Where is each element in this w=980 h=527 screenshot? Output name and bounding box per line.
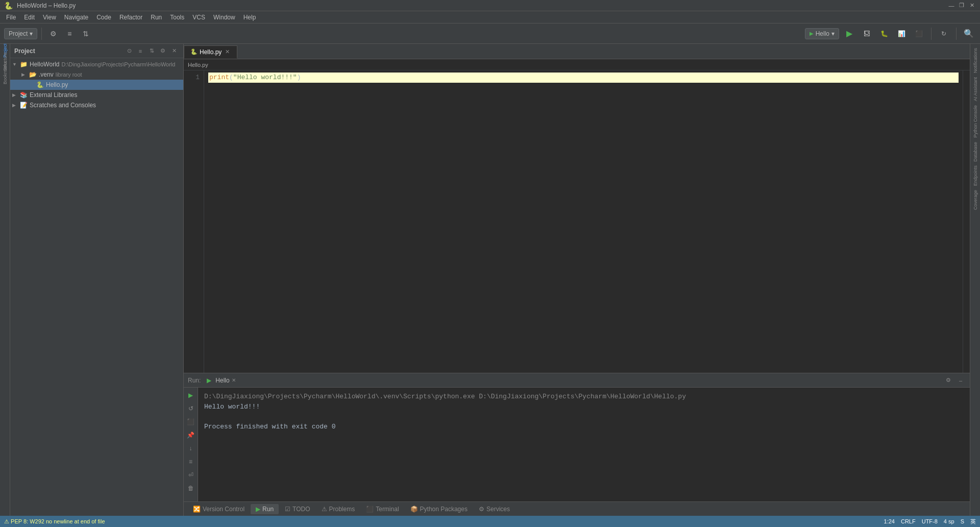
project-panel-title: Project [14, 47, 35, 55]
status-warning[interactable]: ⚠ PEP 8: W292 no newline at end of file [4, 518, 105, 525]
python-console-label[interactable]: Python Console [972, 103, 979, 140]
database-label[interactable]: Database [972, 140, 979, 164]
encoding[interactable]: UTF-8 [922, 518, 938, 524]
run-tab-icon: ▶ [256, 506, 260, 513]
run-button[interactable]: ▶ [842, 27, 856, 41]
menu-refactor[interactable]: Refactor [115, 13, 146, 22]
project-tree: ▼ 📁 HelloWorld D:\DingJiaxiong\Projects\… [10, 58, 183, 516]
editor-tab-hellopy[interactable]: 🐍 Hello.py ✕ [184, 45, 237, 59]
editor-right-gutter [963, 70, 970, 373]
minimize-button[interactable]: — [947, 2, 955, 10]
menu-run[interactable]: Run [146, 13, 166, 22]
profile-button[interactable]: 📊 [894, 27, 909, 41]
tab-close-btn[interactable]: ✕ [224, 49, 231, 56]
bookmarks-icon-btn[interactable]: Bookmarks [1, 68, 10, 78]
run-panel-header: Run: ▶ Hello ✕ ⚙ – [184, 373, 970, 388]
right-sidebar: Notifications AI Assistant Python Consol… [970, 44, 980, 516]
tree-item-external-libs[interactable]: ▶ 📚 External Libraries [10, 90, 183, 100]
ime-icon: 英 [970, 518, 976, 525]
line-number-1: 1 [184, 73, 200, 83]
run-again-btn[interactable]: ▶ [185, 390, 197, 401]
menu-code[interactable]: Code [92, 13, 115, 22]
pin-tab-btn[interactable]: 📌 [185, 429, 197, 441]
close-panel-btn[interactable]: ✕ [169, 46, 179, 56]
run-panel-content: ▶ ↺ ⬛ 📌 ↓ ≡ ⏎ 🗑 D:\DingJiaxiong\Projects… [184, 388, 970, 501]
language-icon[interactable]: S [961, 518, 964, 524]
menu-window[interactable]: Window [209, 13, 239, 22]
tab-label-hellopy: Hello.py [200, 49, 222, 56]
title-bar: 🐍 HelloWorld – Hello.py — ❐ ✕ [0, 0, 980, 11]
menu-help[interactable]: Help [239, 13, 260, 22]
menu-file[interactable]: File [2, 13, 20, 22]
indent-info[interactable]: 4 sp [944, 518, 954, 524]
collapse-all-btn[interactable]: ≡ [62, 27, 77, 41]
tab-version-control[interactable]: 🔀 Version Control [188, 504, 250, 514]
cursor-position[interactable]: 1:24 [884, 518, 895, 524]
collapse-btn[interactable]: ≡ [135, 46, 145, 56]
app-icon: 🐍 [4, 2, 13, 10]
debug-button[interactable]: 🐛 [877, 27, 891, 41]
run-tab-close[interactable]: ✕ [232, 377, 236, 383]
toolbar: Project ▾ ⚙ ≡ ⇅ ▶ Hello ▾ ▶ ⛾ 🐛 📊 ⬛ ↻ 🔍 [0, 23, 980, 44]
editor-area: 🐍 Hello.py ✕ Hello.py 1 print("Hello wor… [184, 44, 970, 373]
status-bar-left: ⚠ PEP 8: W292 no newline at end of file [4, 518, 105, 525]
code-content[interactable]: print("Hello world!!!") [204, 70, 963, 373]
expand-btn[interactable]: ⇅ [79, 27, 93, 41]
status-bar: ⚠ PEP 8: W292 no newline at end of file … [0, 516, 980, 527]
settings-gear-btn[interactable]: ⚙ [158, 46, 168, 56]
stop-run-btn[interactable]: ⬛ [185, 416, 197, 427]
run-tab[interactable]: Hello ✕ [215, 377, 235, 384]
endpoints-label[interactable]: Endpoints [972, 163, 979, 188]
expand-all-btn[interactable]: ⇅ [146, 46, 157, 56]
menu-edit[interactable]: Edit [20, 13, 39, 22]
menu-navigate[interactable]: Navigate [60, 13, 92, 22]
tab-python-packages[interactable]: 📦 Python Packages [405, 504, 473, 514]
update-button[interactable]: ↻ [937, 27, 951, 41]
coverage-button[interactable]: ⛾ [860, 27, 874, 41]
tab-problems[interactable]: ⚠ Problems [316, 504, 360, 514]
rerun-btn[interactable]: ↺ [185, 403, 197, 414]
tree-item-scratches[interactable]: ▶ 📝 Scratches and Consoles [10, 100, 183, 110]
tree-item-venv[interactable]: ▶ 📂 .venv library root [10, 69, 183, 80]
run-configuration[interactable]: ▶ Hello ▾ [805, 28, 839, 39]
panel-minimize-btn[interactable]: – [955, 375, 966, 386]
window-title: HelloWorld – Hello.py [17, 2, 76, 9]
search-everywhere-button[interactable]: 🔍 [962, 27, 976, 41]
code-editor[interactable]: 1 print("Hello world!!!") [184, 70, 970, 373]
breadcrumb-bar: Hello.py [184, 59, 970, 70]
tree-item-helloworld-root[interactable]: ▼ 📁 HelloWorld D:\DingJiaxiong\Projects\… [10, 59, 183, 69]
tree-path-helloworld: D:\DingJiaxiong\Projects\Pycharm\HelloWo… [61, 61, 175, 67]
tab-terminal[interactable]: ⬛ Terminal [361, 504, 404, 514]
editor-tabs: 🐍 Hello.py ✕ [184, 44, 970, 59]
keyword-print: print [209, 74, 229, 81]
restore-button[interactable]: ❐ [958, 2, 966, 10]
menu-vcs[interactable]: VCS [188, 13, 209, 22]
line-separator[interactable]: CRLF [901, 518, 916, 524]
bottom-panel: Run: ▶ Hello ✕ ⚙ – ▶ ↺ ⬛ 📌 ↓ [184, 373, 970, 516]
soft-wrap-btn[interactable]: ⏎ [185, 469, 197, 481]
trash-btn[interactable]: 🗑 [185, 483, 197, 494]
menu-tools[interactable]: Tools [166, 13, 188, 22]
notifications-label[interactable]: Notifications [972, 46, 979, 75]
project-selector[interactable]: Project ▾ [4, 28, 37, 39]
tree-label-hellopy: Hello.py [46, 81, 68, 88]
settings-btn[interactable]: ⚙ [46, 27, 60, 41]
coverage-label[interactable]: Coverage [972, 188, 979, 212]
tree-label-venv: .venv [39, 71, 54, 78]
tab-todo[interactable]: ☑ TODO [280, 504, 315, 514]
scroll-output-btn[interactable]: ≡ [185, 456, 197, 467]
run-label: Run: [188, 377, 201, 384]
panel-settings-btn[interactable]: ⚙ [943, 375, 953, 386]
close-button[interactable]: ✕ [968, 2, 976, 10]
tab-services[interactable]: ⚙ Services [474, 504, 515, 514]
stop-button[interactable]: ⬛ [912, 27, 926, 41]
ai-assistant-label[interactable]: AI Assistant [972, 75, 979, 103]
tree-item-hellopy[interactable]: 🐍 Hello.py [10, 80, 183, 90]
tab-run[interactable]: ▶ Run [251, 504, 279, 514]
locate-file-btn[interactable]: ⊙ [124, 46, 134, 56]
problems-icon: ⚠ [322, 506, 327, 513]
tab-label-python-packages: Python Packages [420, 506, 468, 513]
menu-view[interactable]: View [39, 13, 60, 22]
scratches-icon: 📝 [19, 101, 28, 109]
scroll-to-end-btn[interactable]: ↓ [185, 443, 197, 454]
